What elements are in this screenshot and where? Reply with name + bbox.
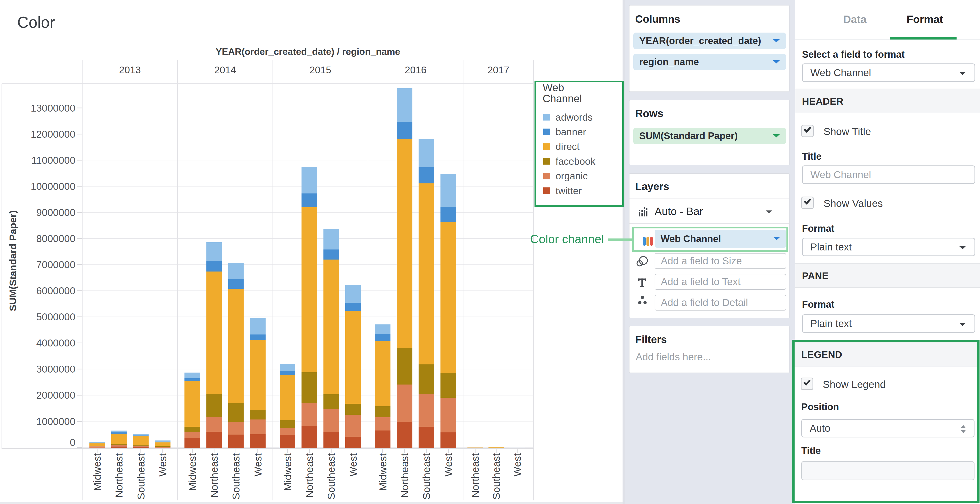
svg-text:Northeast: Northeast <box>469 453 481 498</box>
svg-text:SUM(Standard Paper): SUM(Standard Paper) <box>7 210 18 311</box>
svg-text:Color: Color <box>17 13 55 31</box>
svg-text:West: West <box>252 453 264 477</box>
svg-text:Midwest: Midwest <box>91 453 103 491</box>
svg-text:11000000: 11000000 <box>31 155 75 166</box>
svg-text:Midwest: Midwest <box>282 453 293 491</box>
svg-text:7000000: 7000000 <box>36 259 75 270</box>
svg-text:2015: 2015 <box>309 64 331 75</box>
svg-text:Midwest: Midwest <box>377 453 388 491</box>
svg-text:Midwest: Midwest <box>187 453 198 491</box>
svg-text:Southeast: Southeast <box>490 453 502 500</box>
svg-text:Northeast: Northeast <box>208 453 220 498</box>
svg-text:4000000: 4000000 <box>36 337 75 349</box>
svg-text:2014: 2014 <box>214 64 236 75</box>
svg-text:Color channel: Color channel <box>530 233 604 246</box>
svg-text:Southeast: Southeast <box>135 453 147 500</box>
svg-text:West: West <box>442 453 454 477</box>
svg-text:West: West <box>512 453 523 477</box>
svg-text:Southeast: Southeast <box>230 453 242 500</box>
svg-text:West: West <box>157 453 169 477</box>
svg-text:9000000: 9000000 <box>36 207 75 218</box>
svg-text:12000000: 12000000 <box>30 129 75 140</box>
svg-text:13000000: 13000000 <box>30 102 75 114</box>
svg-text:2016: 2016 <box>404 64 426 75</box>
svg-text:West: West <box>347 453 359 477</box>
svg-text:10000000: 10000000 <box>30 181 75 192</box>
svg-text:6000000: 6000000 <box>36 285 75 297</box>
svg-text:3000000: 3000000 <box>36 364 75 375</box>
svg-text:2013: 2013 <box>119 64 141 75</box>
svg-text:Northeast: Northeast <box>113 453 125 498</box>
svg-text:Southeast: Southeast <box>421 453 432 500</box>
svg-text:1000000: 1000000 <box>36 416 75 427</box>
svg-text:2017: 2017 <box>487 64 509 75</box>
svg-text:8000000: 8000000 <box>36 233 75 244</box>
svg-text:Northeast: Northeast <box>399 453 410 498</box>
svg-text:YEAR(order_created_date) / reg: YEAR(order_created_date) / region_name <box>216 46 400 57</box>
svg-text:2000000: 2000000 <box>36 389 75 401</box>
svg-text:0: 0 <box>70 437 75 448</box>
svg-text:Southeast: Southeast <box>325 453 337 500</box>
svg-text:5000000: 5000000 <box>36 311 75 322</box>
svg-text:Northeast: Northeast <box>304 453 315 498</box>
